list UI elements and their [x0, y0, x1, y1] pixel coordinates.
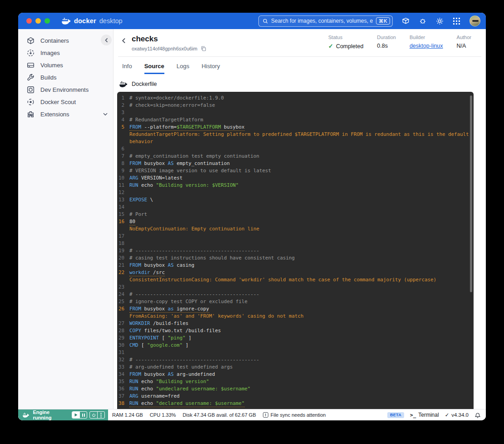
sidebar-collapse-button[interactable] [101, 35, 112, 45]
code-line: 2# check=skip=none;error=false [117, 102, 474, 109]
kebab-menu-icon [100, 413, 102, 418]
file-sync-warning[interactable]: ! File sync needs attention [263, 412, 326, 418]
sidebar-item-label: Containers [40, 37, 69, 44]
code-line: 20# casing test instructions should have… [117, 254, 474, 262]
sidebar-item-label: Builds [40, 74, 56, 81]
code-line: 19# ------------------------------------… [117, 247, 474, 254]
engine-more-button[interactable] [97, 412, 104, 418]
code-line: 17 [117, 233, 474, 240]
engine-pause-button[interactable] [79, 412, 87, 418]
tab-info[interactable]: Info [122, 63, 132, 74]
containers-icon [27, 37, 35, 45]
code-line: 38RUN echo "declared username: $username… [117, 400, 474, 407]
code-line: 1680 [117, 218, 474, 225]
sidebar-item-containers[interactable]: Containers [18, 35, 113, 47]
terminal-label: Terminal [418, 412, 439, 418]
search-placeholder: Search for images, containers, volumes, … [271, 18, 373, 24]
engine-start-button[interactable] [72, 412, 79, 418]
engine-stop-button[interactable] [90, 412, 97, 418]
tab-logs[interactable]: Logs [177, 63, 189, 74]
sidebar-item-extensions[interactable]: Extensions [18, 108, 113, 120]
tab-bar: Info Source Logs History [114, 57, 486, 74]
bug-icon[interactable] [419, 17, 426, 25]
hub-icon[interactable] [402, 17, 410, 25]
code-line: 18 [117, 240, 474, 247]
apps-grid-icon[interactable] [453, 18, 460, 25]
code-line: 3 [117, 109, 474, 116]
builder-link[interactable]: desktop-linux [410, 43, 443, 49]
power-icon [92, 413, 96, 417]
search-icon [263, 18, 268, 24]
sidebar-item-images[interactable]: Images [18, 47, 113, 59]
terminal-button[interactable]: >_ Terminal [410, 412, 439, 418]
dev-environments-icon [27, 86, 35, 94]
beta-badge: BETA [387, 412, 404, 418]
author-field: Author N/A [457, 35, 471, 51]
author-label: Author [457, 35, 471, 40]
duration-label: Duration [377, 35, 396, 40]
sidebar-item-label: Dev Environments [40, 86, 89, 93]
dockerfile-source-viewer[interactable]: 1# syntax=docker/dockerfile:1.9.02# chec… [117, 92, 474, 409]
code-line: 28COPY files/two.txt /build-files [117, 327, 474, 334]
titlebar: dockerdesktop Search for images, contain… [18, 13, 486, 29]
back-button[interactable] [122, 37, 126, 51]
code-line: 9# VERSION image version to use default … [117, 167, 474, 175]
code-scrollbar[interactable] [470, 95, 472, 292]
page-title: checks [132, 35, 206, 44]
pause-icon [82, 414, 85, 417]
sidebar-item-builds[interactable]: Builds [18, 71, 113, 84]
zoom-window-button[interactable] [44, 18, 50, 24]
docker-whale-icon [62, 18, 71, 25]
code-warning-line: ConsistentInstructionCasing: Command 'wo… [117, 276, 474, 284]
builds-icon [27, 74, 35, 81]
user-avatar[interactable] [469, 15, 480, 26]
code-line: 33# arg-undefined test undefined args [117, 364, 474, 371]
window-controls [26, 18, 50, 24]
tab-source[interactable]: Source [144, 63, 164, 74]
images-icon [27, 49, 35, 57]
code-line: 11RUN echo "Building version: $VERSION" [117, 182, 474, 189]
cpu-usage: CPU 1.33% [150, 412, 176, 418]
duration-value: 0.8s [377, 43, 388, 49]
minimize-window-button[interactable] [35, 18, 41, 24]
file-sync-text: File sync needs attention [271, 412, 326, 418]
code-line: 7# empty_continuation test empty continu… [117, 153, 474, 160]
code-warning-line: RedundantTargetPlatform: Setting platfor… [117, 131, 474, 145]
code-line: 4# RedundantTargetPlatform [117, 116, 474, 124]
code-line: 27WORKDIR /build-files [117, 320, 474, 327]
chevron-down-icon [103, 113, 108, 116]
author-value: N/A [457, 43, 466, 49]
code-line: 25# ignore-copy test COPY or excluded fi… [117, 298, 474, 305]
sidebar-item-dev-environments[interactable]: Dev Environments [18, 84, 113, 96]
code-line: 14 [117, 204, 474, 211]
gear-icon[interactable] [436, 17, 444, 25]
sidebar-item-volumes[interactable]: Volumes [18, 59, 113, 71]
version-indicator[interactable]: ✓ v4.34.0 [445, 412, 469, 418]
notifications-bell-icon[interactable] [474, 412, 481, 419]
code-line: 10ARG VERSION=latest [117, 175, 474, 182]
code-line: 23 [117, 284, 474, 291]
code-line: 13EXPOSE \ [117, 196, 474, 204]
code-line: 5FROM --platform=$TARGETPLATFORM busybox [117, 124, 474, 131]
code-line: 24# ------------------------------------… [117, 291, 474, 298]
tab-history[interactable]: History [202, 63, 220, 74]
dockerfile-whale-icon [119, 81, 128, 87]
engine-status: Engine running [18, 409, 108, 420]
builder-field: Builder desktop-linux [410, 35, 443, 51]
code-line: 8FROM busybox AS empty_continuation [117, 160, 474, 167]
sidebar-item-docker-scout[interactable]: Docker Scout [18, 96, 113, 108]
sidebar-item-label: Docker Scout [40, 99, 76, 105]
close-window-button[interactable] [26, 18, 32, 24]
search-input[interactable]: Search for images, containers, volumes, … [258, 15, 393, 27]
code-line: 35RUN echo "Building version" [117, 378, 474, 385]
code-line: 6 [117, 145, 474, 153]
code-line: 31 [117, 349, 474, 356]
code-line: 26FROM busybox as ignore-copy [117, 305, 474, 313]
code-line: 34FROM busybox AS arg-undefined [117, 371, 474, 378]
code-line: 21FROM busybox AS casing [117, 262, 474, 269]
code-lines: 1# syntax=docker/dockerfile:1.9.02# chec… [117, 95, 474, 407]
copy-icon[interactable] [201, 46, 206, 51]
build-id: oxatwy114of48gpnh6sx0u6im [132, 46, 198, 51]
docker-desktop-window: dockerdesktop Search for images, contain… [18, 13, 486, 420]
sidebar-item-label: Volumes [40, 62, 63, 69]
